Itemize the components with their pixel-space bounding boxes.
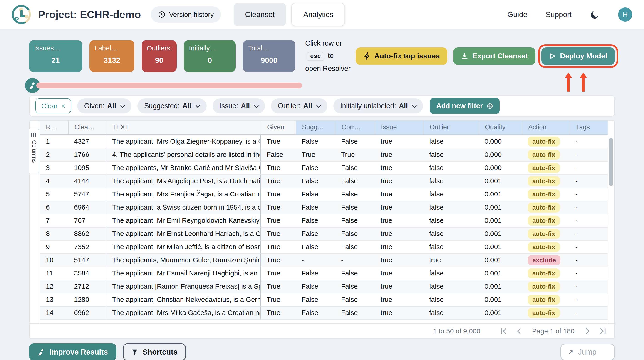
column-header-5[interactable]: Corr… — [335, 121, 375, 134]
action-badge[interactable]: auto-fix — [528, 137, 560, 147]
next-page-button[interactable] — [584, 328, 591, 334]
add-new-filter-button[interactable]: Add new filter ⊕ — [430, 98, 500, 114]
cell-given: True — [261, 241, 296, 253]
table-row[interactable]: 217664. The applicants’ personal details… — [40, 148, 608, 162]
filter-pill-given[interactable]: Given:All — [77, 98, 131, 113]
version-history-button[interactable]: Version history — [151, 6, 221, 23]
guide-link[interactable]: Guide — [507, 10, 527, 19]
action-badge[interactable]: auto-fix — [528, 176, 560, 186]
cell-corrected: False — [335, 241, 375, 253]
stat-card-value: 3132 — [94, 56, 130, 65]
action-badge[interactable]: auto-fix — [528, 282, 560, 292]
cell-issue: true — [375, 135, 423, 148]
column-header-9[interactable]: Action — [522, 121, 570, 134]
cell-corrected: False — [335, 175, 375, 187]
cell-row: 10 — [40, 254, 68, 267]
last-page-button[interactable] — [600, 328, 606, 334]
tab-analytics[interactable]: Analytics — [291, 3, 345, 26]
shortcuts-button[interactable]: Shortcuts — [123, 343, 186, 360]
action-badge[interactable]: auto-fix — [528, 202, 560, 212]
table-row[interactable]: 66964The applicant, a Swiss citizen born… — [40, 201, 608, 214]
cell-cleanset: 2712 — [68, 280, 106, 293]
table-row[interactable]: 7767The applicant, Mr Emil Reyngoldovich… — [40, 214, 608, 227]
cell-action: auto-fix — [522, 175, 570, 187]
table-row[interactable]: 113584The applicant, Mr Esmail Narenji H… — [40, 267, 608, 280]
cell-tags: - — [570, 214, 608, 227]
table-row[interactable]: 131280The applicant, Christian Nekvedavi… — [40, 293, 608, 307]
table-row[interactable]: 31095The applicants, Mr Branko Garić and… — [40, 162, 608, 175]
cell-given: True — [261, 162, 296, 174]
action-badge[interactable]: auto-fix — [528, 229, 560, 239]
cell-row: 8 — [40, 227, 68, 240]
page-indicator: Page 1 of 180 — [532, 327, 574, 335]
clear-filters-button[interactable]: Clear × — [36, 98, 71, 113]
column-header-10[interactable]: Tags — [570, 121, 608, 134]
previous-page-button[interactable] — [516, 328, 522, 334]
support-link[interactable]: Support — [546, 10, 572, 19]
cell-text: The applicant, Mr Esmail Narenji Haghigh… — [106, 267, 261, 280]
export-cleanset-button[interactable]: Export Cleanset — [453, 48, 536, 65]
filter-pill-outlier[interactable]: Outlier:All — [271, 98, 328, 113]
cell-suggested: False — [296, 280, 335, 293]
cell-given: True — [261, 188, 296, 201]
column-header-4[interactable]: Sugg… — [296, 121, 335, 134]
action-badge[interactable]: exclude — [528, 255, 560, 265]
cell-suggested: True — [296, 148, 335, 161]
table-row[interactable]: 122712The applicant [Ramón Franquesa Fre… — [40, 280, 608, 293]
first-page-button[interactable] — [500, 328, 507, 334]
action-badge[interactable]: auto-fix — [528, 242, 560, 252]
cell-action: auto-fix — [522, 280, 570, 293]
action-badge[interactable]: auto-fix — [528, 189, 560, 199]
clock-icon — [158, 11, 165, 18]
action-badge[interactable]: auto-fix — [528, 150, 560, 160]
action-badge[interactable]: auto-fix — [528, 216, 560, 226]
cell-outlier: false — [423, 135, 479, 148]
stat-card-label: Outliers: — [147, 44, 172, 52]
table-row[interactable]: 105147The applicants, Muammer Güler, Ram… — [40, 254, 608, 267]
column-header-3[interactable]: Given — [261, 121, 296, 134]
improve-results-button[interactable]: Improve Results — [29, 343, 116, 360]
column-header-8[interactable]: Quality — [479, 121, 522, 134]
action-badge[interactable]: auto-fix — [528, 308, 560, 318]
cell-quality: 0.001 — [479, 201, 522, 214]
vertical-scrollbar[interactable] — [608, 121, 614, 323]
cell-text: The applicant, Mr Emil Reyngoldovich Kan… — [106, 214, 261, 227]
table-row[interactable]: 88862The applicant, Mr Ernst Leonhard Ha… — [40, 227, 608, 241]
vertical-scrollbar-thumb[interactable] — [609, 138, 613, 186]
filter-pill-suggested[interactable]: Suggested:All — [138, 98, 207, 113]
column-header-6[interactable]: Issue — [375, 121, 423, 134]
table-row[interactable]: 146962The applicant, Mrs Milka Gaćeša, i… — [40, 307, 608, 320]
table-row[interactable]: 44144The applicant, Ms Angelique Post, i… — [40, 175, 608, 188]
cell-issue: true — [375, 188, 423, 201]
dark-mode-toggle[interactable] — [590, 10, 600, 20]
deploy-model-button[interactable]: Deploy Model — [541, 48, 615, 65]
filter-pill-initially-unlabeled[interactable]: Initially unlabeled:All — [333, 98, 423, 113]
autofix-top-issues-button[interactable]: Auto-fix top issues — [356, 48, 447, 65]
jump-input[interactable]: ↗ Jump — [560, 344, 615, 360]
column-header-2[interactable]: TEXT — [106, 121, 261, 134]
cell-corrected: False — [335, 201, 375, 214]
plus-circle-icon: ⊕ — [486, 101, 493, 111]
columns-icon — [31, 133, 37, 137]
main-tabs: Cleanset Analytics — [234, 3, 345, 26]
table-row[interactable]: 55747The applicant, Mrs Franjica Žagar, … — [40, 188, 608, 201]
tab-cleanset[interactable]: Cleanset — [234, 3, 286, 26]
column-header-7[interactable]: Outlier — [423, 121, 479, 134]
action-badge[interactable]: auto-fix — [528, 268, 560, 278]
table-row[interactable]: 97352The applicant, Mr Milan Jeftić, is … — [40, 241, 608, 254]
cell-quality: 0.000 — [479, 148, 522, 161]
column-header-0[interactable]: R… — [40, 121, 68, 134]
pagination-bar: 1 to 50 of 9,000 Page 1 of 180 — [30, 323, 614, 338]
cell-quality: 0.001 — [479, 214, 522, 227]
filter-value: All — [241, 102, 250, 110]
cell-corrected: True — [335, 148, 375, 161]
cell-row: 2 — [40, 148, 68, 161]
cell-quality: 0.001 — [479, 227, 522, 240]
action-badge[interactable]: auto-fix — [528, 163, 560, 173]
column-header-1[interactable]: Clea… — [68, 121, 106, 134]
user-avatar[interactable]: H — [618, 8, 632, 22]
action-badge[interactable]: auto-fix — [528, 295, 560, 305]
columns-sidebar-tab[interactable]: Columns — [29, 129, 39, 173]
filter-pill-issue[interactable]: Issue:All — [212, 98, 265, 113]
table-row[interactable]: 14327The applicant, Mrs Olga Ziegner-Kop… — [40, 135, 608, 148]
